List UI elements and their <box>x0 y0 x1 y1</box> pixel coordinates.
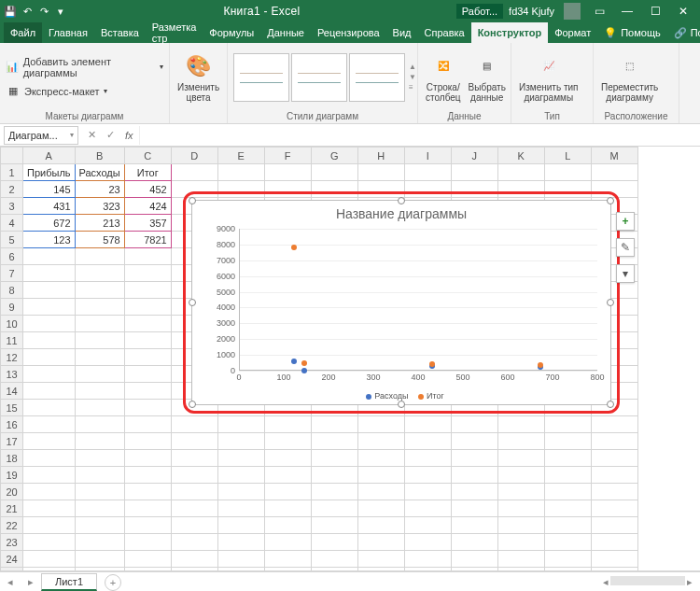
cell[interactable] <box>264 517 311 534</box>
cell[interactable] <box>544 450 591 467</box>
cell[interactable]: 7821 <box>124 232 171 248</box>
cell[interactable]: 672 <box>23 215 76 232</box>
cell[interactable] <box>311 500 357 517</box>
add-chart-element-button[interactable]: 📊Добавить элемент диаграммы▾ <box>6 55 163 79</box>
cell[interactable] <box>124 265 171 282</box>
row-header[interactable]: 6 <box>1 248 23 265</box>
cell[interactable] <box>591 484 637 500</box>
cell[interactable] <box>124 534 171 551</box>
cell[interactable] <box>75 332 124 349</box>
cell[interactable] <box>497 517 544 534</box>
cell[interactable] <box>591 450 637 467</box>
cell[interactable] <box>544 164 591 181</box>
cell[interactable]: 578 <box>75 232 124 248</box>
user-avatar[interactable] <box>564 3 581 20</box>
chart-styles-button[interactable]: ✎ <box>616 238 635 257</box>
cell[interactable] <box>124 416 171 433</box>
tab-file[interactable]: Файл <box>4 22 42 43</box>
cell[interactable] <box>75 299 124 316</box>
col-header[interactable]: C <box>124 148 171 164</box>
cell[interactable] <box>75 551 124 568</box>
change-chart-type-button[interactable]: 📈Изменить тип диаграммы <box>517 50 580 105</box>
cell[interactable] <box>124 517 171 534</box>
row-header[interactable]: 10 <box>1 316 23 332</box>
cell[interactable] <box>264 164 311 181</box>
row-header[interactable]: 13 <box>1 366 23 383</box>
cell[interactable] <box>497 164 544 181</box>
row-header[interactable]: 9 <box>1 299 23 316</box>
cell[interactable] <box>23 534 76 551</box>
style-thumb-1[interactable] <box>233 53 289 102</box>
cell[interactable] <box>124 400 171 416</box>
cell[interactable] <box>124 568 171 572</box>
cell[interactable] <box>171 500 217 517</box>
cell[interactable] <box>264 433 311 450</box>
row-header[interactable]: 3 <box>1 198 23 215</box>
cell[interactable] <box>311 551 357 568</box>
cell[interactable] <box>497 484 544 500</box>
cell[interactable] <box>591 500 637 517</box>
cell[interactable] <box>591 517 637 534</box>
cell[interactable] <box>311 416 357 433</box>
change-colors-button[interactable]: 🎨Изменить цвета <box>175 50 221 105</box>
cell[interactable]: Итог <box>124 164 171 181</box>
cell[interactable] <box>451 568 497 572</box>
cell[interactable]: 431 <box>23 198 76 215</box>
cell[interactable] <box>544 534 591 551</box>
tab-design[interactable]: Конструктор <box>471 22 548 43</box>
cell[interactable] <box>75 484 124 500</box>
cell[interactable] <box>264 534 311 551</box>
worksheet-area[interactable]: ABCDEFGHIJKLM1ПрибыльРасходыИтог21452345… <box>0 147 700 571</box>
cell[interactable] <box>75 517 124 534</box>
tab-view[interactable]: Вид <box>386 22 418 43</box>
cell[interactable] <box>264 467 311 484</box>
tab-insert[interactable]: Вставка <box>94 22 146 43</box>
col-header[interactable]: H <box>357 148 404 164</box>
cell[interactable] <box>171 568 217 572</box>
data-point[interactable] <box>291 359 297 364</box>
cell[interactable] <box>404 433 451 450</box>
formula-input[interactable] <box>139 126 700 145</box>
row-header[interactable]: 20 <box>1 484 23 500</box>
row-header[interactable]: 5 <box>1 232 23 248</box>
row-header[interactable]: 11 <box>1 332 23 349</box>
embedded-chart[interactable]: Название диаграммы 010002000300040005000… <box>191 200 611 405</box>
cell[interactable] <box>75 433 124 450</box>
cell[interactable] <box>217 467 264 484</box>
cell[interactable] <box>75 416 124 433</box>
cell[interactable] <box>217 164 264 181</box>
cell[interactable] <box>23 467 76 484</box>
cell[interactable] <box>75 248 124 265</box>
cell[interactable] <box>23 383 76 400</box>
save-icon[interactable]: 💾 <box>4 5 17 18</box>
cell[interactable]: 452 <box>124 181 171 198</box>
cell[interactable] <box>357 467 404 484</box>
cell[interactable] <box>23 500 76 517</box>
style-thumb-2[interactable] <box>291 53 347 102</box>
style-thumb-3[interactable] <box>349 53 405 102</box>
col-header[interactable]: K <box>497 148 544 164</box>
cell[interactable] <box>217 484 264 500</box>
cell[interactable] <box>217 568 264 572</box>
col-header[interactable]: D <box>171 148 217 164</box>
cell[interactable] <box>75 400 124 416</box>
cell[interactable] <box>264 500 311 517</box>
data-point[interactable] <box>291 245 297 250</box>
cell[interactable] <box>217 551 264 568</box>
cell[interactable]: 123 <box>23 232 76 248</box>
cell[interactable] <box>264 568 311 572</box>
cell[interactable] <box>124 366 171 383</box>
cell[interactable] <box>171 416 217 433</box>
select-data-button[interactable]: ▤Выбрать данные <box>467 50 508 105</box>
cell[interactable] <box>124 332 171 349</box>
cell[interactable] <box>124 484 171 500</box>
cell[interactable] <box>404 517 451 534</box>
cell[interactable] <box>404 534 451 551</box>
cell[interactable] <box>23 551 76 568</box>
cell[interactable] <box>124 467 171 484</box>
col-header[interactable]: G <box>311 148 357 164</box>
cell[interactable] <box>357 416 404 433</box>
data-point[interactable] <box>301 368 307 373</box>
cell[interactable] <box>75 568 124 572</box>
sheet-nav-next-icon[interactable]: ▸ <box>21 576 41 588</box>
